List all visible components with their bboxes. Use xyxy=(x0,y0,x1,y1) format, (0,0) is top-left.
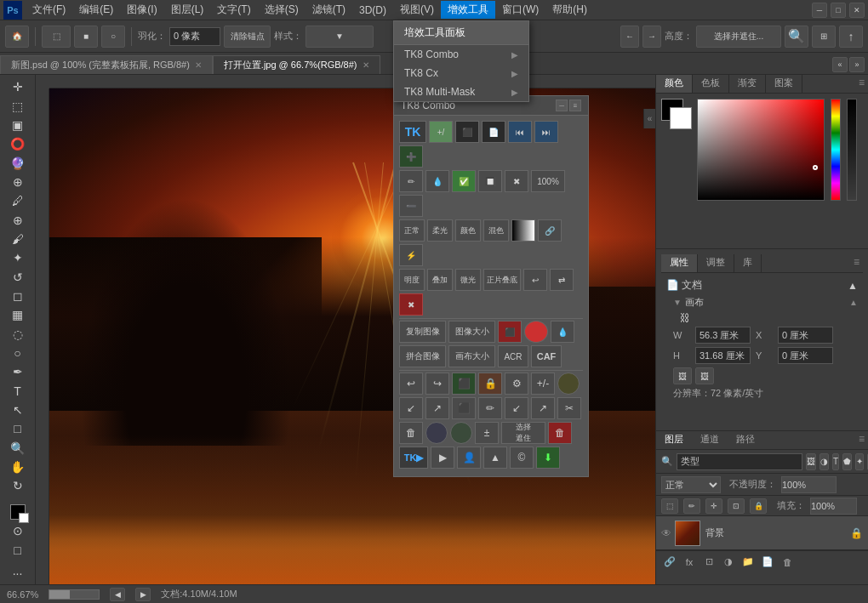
dropdown-tk8combo[interactable]: TK8 Combo ▶ xyxy=(394,45,528,64)
layer-filter-text[interactable]: T xyxy=(832,453,839,470)
tab-swatches[interactable]: 色板 xyxy=(693,75,729,93)
panel-expand-btn[interactable]: » xyxy=(849,57,865,72)
forward-btn[interactable]: → xyxy=(642,26,661,48)
blend-mode-select[interactable]: 正常 xyxy=(661,476,721,493)
healing-tool[interactable]: ⊕ xyxy=(6,211,30,228)
feather-input[interactable] xyxy=(169,27,220,46)
menu-file[interactable]: 文件(F) xyxy=(26,1,72,19)
tab-openjpg[interactable]: 打开位置.jpg @ 66.7%(RGB/8#) ✕ xyxy=(213,55,380,74)
lock-paint-btn[interactable]: ✏ xyxy=(683,498,700,514)
background-color-swatch[interactable] xyxy=(670,107,692,129)
menu-image[interactable]: 图像(I) xyxy=(120,1,163,19)
eyedropper-tool[interactable]: 🖊 xyxy=(6,192,30,209)
tab-channels[interactable]: 通道 xyxy=(692,431,728,449)
circle-btn[interactable]: ○ xyxy=(101,26,125,48)
menu-3d[interactable]: 3D(D) xyxy=(352,3,393,18)
layer-delete-btn[interactable]: 🗑 xyxy=(779,555,796,570)
menu-filter[interactable]: 滤镜(T) xyxy=(306,1,352,19)
tab-library[interactable]: 库 xyxy=(734,254,762,272)
layers-type-filter[interactable] xyxy=(677,453,802,470)
home-btn[interactable]: 🏠 xyxy=(5,26,29,48)
marquee-tool[interactable]: ▣ xyxy=(6,117,30,134)
tab-newpsd[interactable]: 新图.psd @ 100% (完整素板拓展, RGB/8#) ✕ xyxy=(0,55,213,74)
height-input[interactable] xyxy=(695,347,751,364)
tab-layers[interactable]: 图层 xyxy=(656,431,692,449)
layer-visibility-eye[interactable]: 👁 xyxy=(661,527,675,539)
tab-adjustments[interactable]: 调整 xyxy=(698,254,734,272)
menu-text[interactable]: 文字(T) xyxy=(210,1,257,19)
fill-input[interactable] xyxy=(810,498,857,515)
square-tool-btn[interactable]: ■ xyxy=(74,26,98,48)
layer-filter-adj[interactable]: ◑ xyxy=(819,453,829,470)
layer-filter-smart[interactable]: ✦ xyxy=(855,453,864,470)
layer-group-btn[interactable]: 📁 xyxy=(740,555,757,570)
menu-plugins[interactable]: 增效工具 xyxy=(441,1,495,19)
tab-color[interactable]: 颜色 xyxy=(656,75,693,93)
lock-all-btn[interactable]: 🔒 xyxy=(750,498,767,514)
brush-tool[interactable]: 🖌 xyxy=(6,230,30,247)
move-tool[interactable]: ✛ xyxy=(6,78,30,95)
panel-collapse-btn[interactable]: « xyxy=(832,57,848,72)
plugins-menu-dropdown[interactable]: 培效工具面板 TK8 Combo ▶ TK8 Cx ▶ TK8 Multi-Ma… xyxy=(393,20,529,102)
dropdown-tk8multimask[interactable]: TK8 Multi-Mask ▶ xyxy=(394,82,528,101)
menu-layer[interactable]: 图层(L) xyxy=(164,1,211,19)
hand-tool[interactable]: ✋ xyxy=(6,458,30,475)
tab-properties[interactable]: 属性 xyxy=(661,254,698,272)
canvas-image-area[interactable] xyxy=(49,88,655,584)
x-input[interactable] xyxy=(778,327,833,344)
canvas-flip-h[interactable]: 🖼 xyxy=(673,367,692,384)
tab-paths[interactable]: 路径 xyxy=(728,431,763,449)
layer-filter-shape[interactable]: ⬟ xyxy=(842,453,852,470)
text-tool[interactable]: T xyxy=(6,383,30,400)
clear-btn[interactable]: 清除锚点 xyxy=(224,26,271,48)
menu-help[interactable]: 帮助(H) xyxy=(545,1,594,19)
menu-window[interactable]: 窗口(W) xyxy=(495,1,545,19)
lock-move-btn[interactable]: ✛ xyxy=(705,498,722,514)
dropdown-tk8cx[interactable]: TK8 Cx ▶ xyxy=(394,64,528,82)
panel-toggle-strip[interactable]: « xyxy=(643,109,655,128)
layer-filter-pixel[interactable]: 🖼 xyxy=(806,453,816,470)
close-btn[interactable]: ✕ xyxy=(849,3,865,18)
history-brush[interactable]: ↺ xyxy=(6,268,30,285)
new-selection-btn[interactable]: ⬚ xyxy=(42,26,71,48)
panel-menu-icon[interactable]: ≡ xyxy=(855,75,868,93)
layers-menu-icon[interactable]: ≡ xyxy=(855,431,868,449)
zoom-slider[interactable] xyxy=(49,589,100,600)
width-input[interactable] xyxy=(695,327,751,344)
color-spectrum-slider[interactable] xyxy=(831,99,841,201)
layer-row-background[interactable]: 👁 背景 🔒 xyxy=(656,516,868,550)
expand-icon[interactable]: ▲ xyxy=(848,280,858,292)
menu-edit[interactable]: 编辑(E) xyxy=(72,1,120,19)
layer-mask-btn[interactable]: ⊡ xyxy=(700,555,717,570)
restore-btn[interactable]: □ xyxy=(831,3,846,18)
canvas-flip-v[interactable]: 🖼 xyxy=(695,367,714,384)
pen-tool[interactable]: ✒ xyxy=(6,363,30,380)
blur-tool[interactable]: ◌ xyxy=(6,325,30,342)
foreground-bg-color[interactable] xyxy=(6,503,30,521)
layer-fx-btn[interactable]: fx xyxy=(681,555,698,570)
y-input[interactable] xyxy=(778,347,833,364)
artboard-tool[interactable]: ⬚ xyxy=(6,97,30,114)
collapse-icon[interactable]: « xyxy=(648,114,653,123)
menu-select[interactable]: 选择(S) xyxy=(258,1,306,19)
rotate-tool[interactable]: ↻ xyxy=(6,477,30,494)
crop-tool[interactable]: ⊕ xyxy=(6,174,30,191)
color-gradient-picker[interactable] xyxy=(697,99,825,201)
layer-link-btn[interactable]: 🔗 xyxy=(661,555,678,570)
gradient-tool[interactable]: ▦ xyxy=(6,306,30,323)
extra-tools-btn[interactable]: ··· xyxy=(10,562,26,584)
color-opacity-slider[interactable] xyxy=(847,99,857,201)
lasso-tool[interactable]: ⭕ xyxy=(6,135,30,152)
minimize-btn[interactable]: ─ xyxy=(812,3,827,18)
zoom-btn[interactable]: 🔍 xyxy=(785,26,808,48)
style-select[interactable]: ▼ xyxy=(306,26,374,48)
shape-tool[interactable]: □ xyxy=(6,420,30,437)
canvas-collapse-icon[interactable]: ▼ xyxy=(673,298,682,307)
zoom-tool[interactable]: 🔍 xyxy=(6,440,30,457)
dodge-tool[interactable]: ○ xyxy=(6,344,30,361)
tab-patterns[interactable]: 图案 xyxy=(766,75,802,93)
quick-mask-btn[interactable]: ⊙ xyxy=(6,522,30,539)
lock-artboard-btn[interactable]: ⊡ xyxy=(728,498,745,514)
tab-close-icon[interactable]: ✕ xyxy=(195,60,202,70)
canvas-scroll-up[interactable]: ▲ xyxy=(849,298,858,307)
